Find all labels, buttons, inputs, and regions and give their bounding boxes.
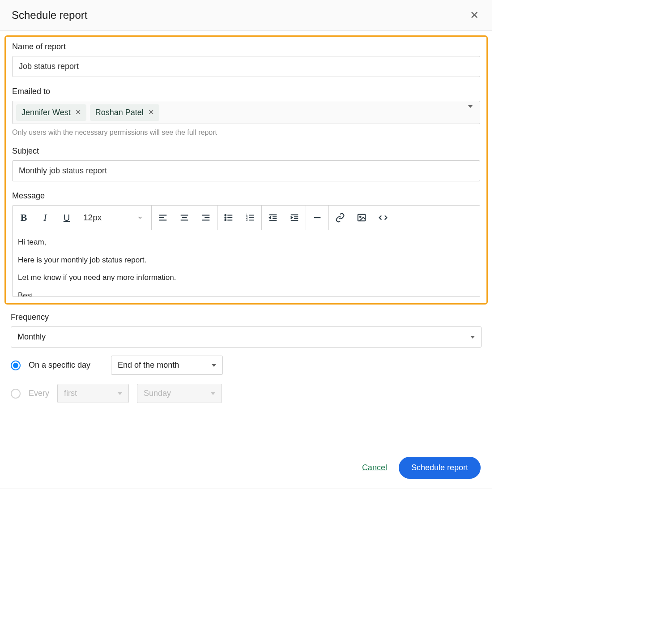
emailed-to-label: Emailed to: [12, 87, 480, 96]
schedule-report-button[interactable]: Schedule report: [399, 457, 481, 479]
specific-day-label: On a specific day: [29, 361, 90, 370]
bullet-list-button[interactable]: [221, 210, 236, 225]
horizontal-rule-button[interactable]: [310, 210, 325, 225]
specific-day-select[interactable]: End of the month: [111, 356, 223, 375]
highlighted-section: Name of report Emailed to Jennifer West …: [4, 35, 488, 305]
svg-point-9: [225, 215, 226, 216]
align-right-button[interactable]: [198, 210, 213, 225]
recipient-name: Jennifer West: [21, 108, 71, 117]
chevron-down-icon[interactable]: [468, 108, 473, 117]
message-label: Message: [12, 191, 480, 201]
message-textarea[interactable]: Hi team, Here is your monthly job status…: [13, 230, 480, 296]
emailed-to-section: Emailed to Jennifer West ✕ Roshan Patel …: [12, 87, 480, 137]
every-label: Every: [29, 389, 49, 398]
message-line: Let me know if you need any more informa…: [18, 272, 474, 283]
frequency-value: Monthly: [17, 332, 46, 342]
italic-button[interactable]: I: [38, 210, 53, 225]
every-ordinal-select: first: [57, 384, 129, 403]
image-button[interactable]: [354, 210, 369, 225]
chevron-down-icon: [137, 215, 143, 221]
bold-button[interactable]: B: [16, 210, 31, 225]
every-option: Every first Sunday: [11, 384, 482, 403]
remove-recipient-icon[interactable]: ✕: [148, 109, 154, 116]
recipient-chip: Roshan Patel ✕: [90, 104, 159, 121]
message-line: Hi team,: [18, 236, 474, 248]
scroll-area[interactable]: Name of report Emailed to Jennifer West …: [0, 31, 492, 447]
svg-point-31: [360, 216, 361, 218]
link-button[interactable]: [333, 210, 348, 225]
dialog-body: Name of report Emailed to Jennifer West …: [0, 31, 492, 447]
align-center-button[interactable]: [177, 210, 192, 225]
cancel-button[interactable]: Cancel: [362, 463, 387, 472]
specific-day-radio[interactable]: [11, 361, 21, 370]
editor-toolbar: B I U 12px: [13, 206, 480, 230]
remove-recipient-icon[interactable]: ✕: [75, 109, 81, 116]
svg-text:3: 3: [246, 218, 248, 221]
outdent-button[interactable]: [265, 210, 281, 225]
every-ordinal-value: first: [64, 389, 77, 398]
every-day-select: Sunday: [137, 384, 222, 403]
svg-point-10: [225, 217, 226, 219]
rich-text-editor: B I U 12px: [12, 205, 480, 297]
specific-day-option: On a specific day End of the month: [11, 356, 482, 375]
svg-point-11: [225, 219, 226, 221]
every-radio[interactable]: [11, 389, 21, 399]
recipient-chip: Jennifer West ✕: [16, 104, 86, 121]
message-line: Best,: [18, 290, 474, 297]
chevron-down-icon: [211, 392, 215, 395]
chevron-down-icon: [118, 392, 122, 395]
subject-section: Subject: [12, 146, 480, 181]
name-input[interactable]: [12, 56, 480, 77]
name-label: Name of report: [12, 42, 480, 52]
subject-input[interactable]: [12, 160, 480, 181]
numbered-list-button[interactable]: 123: [243, 210, 258, 225]
dialog-header: Schedule report ✕: [0, 0, 492, 31]
close-icon[interactable]: ✕: [468, 8, 481, 22]
subject-label: Subject: [12, 146, 480, 156]
schedule-report-dialog: Schedule report ✕ Name of report Emailed…: [0, 0, 492, 489]
code-button[interactable]: [375, 210, 391, 225]
frequency-select[interactable]: Monthly: [11, 326, 482, 348]
dialog-footer: Cancel Schedule report: [0, 447, 492, 489]
chevron-down-icon: [212, 364, 216, 367]
specific-day-value: End of the month: [118, 361, 179, 370]
message-section: Message B I U 12px: [12, 191, 480, 297]
emailed-to-helper: Only users with the necessary permission…: [12, 129, 480, 137]
every-day-value: Sunday: [144, 389, 171, 398]
frequency-label: Frequency: [11, 313, 482, 322]
recipient-name: Roshan Patel: [95, 108, 144, 117]
frequency-section: Frequency Monthly On a specific day End …: [0, 313, 492, 414]
underline-button[interactable]: U: [59, 210, 74, 225]
font-size-select[interactable]: 12px: [81, 213, 148, 223]
indent-button[interactable]: [287, 210, 302, 225]
name-section: Name of report: [12, 42, 480, 77]
dialog-title: Schedule report: [12, 9, 87, 21]
font-size-value: 12px: [83, 213, 102, 223]
align-left-button[interactable]: [155, 210, 171, 225]
message-line: Here is your monthly job status report.: [18, 254, 474, 266]
chevron-down-icon: [470, 336, 475, 339]
emailed-to-input[interactable]: Jennifer West ✕ Roshan Patel ✕: [12, 101, 480, 124]
